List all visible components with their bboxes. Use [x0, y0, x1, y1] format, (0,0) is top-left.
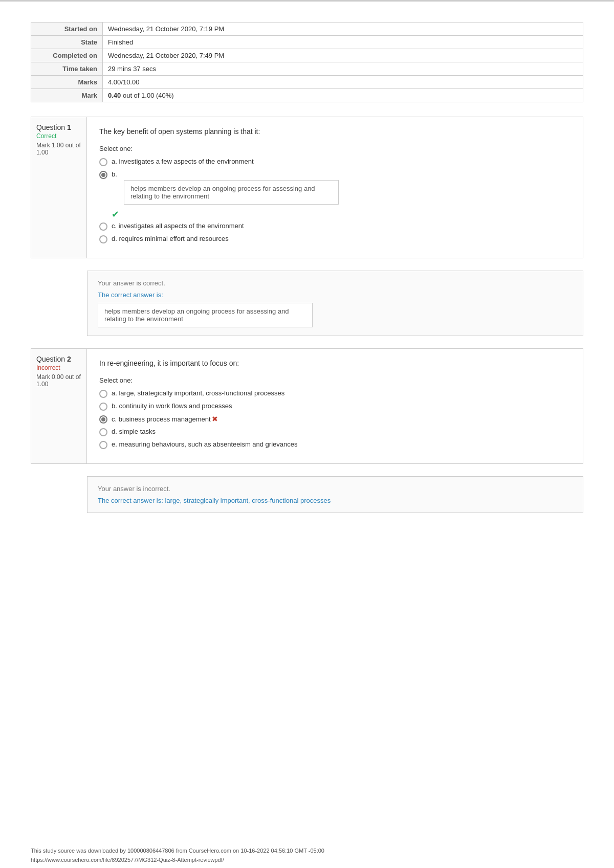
option-text: c. business process management✖	[112, 415, 218, 423]
feedback-correct-label: The correct answer is:	[98, 291, 573, 299]
option-label-wrap: a. large, strategically important, cross…	[112, 389, 284, 397]
option-row: b. continuity in work flows and processe…	[99, 402, 571, 411]
option-label-wrap: c. business process management✖	[112, 415, 218, 423]
checkmark-icon: ✔	[112, 209, 571, 220]
radio-button[interactable]	[99, 403, 107, 411]
info-label: Started on	[31, 23, 103, 36]
info-value: Finished	[103, 36, 583, 49]
footer-url: https://www.coursehero.com/file/89202577…	[31, 857, 583, 863]
info-label: Mark	[31, 89, 103, 102]
option-box: helps members develop an ongoing process…	[124, 180, 339, 205]
question-block: Question 2IncorrectMark 0.00 out of 1.00…	[31, 348, 583, 464]
feedback-block: Your answer is incorrect.The correct ans…	[87, 476, 583, 513]
radio-button[interactable]	[99, 235, 107, 243]
info-label: Completed on	[31, 49, 103, 62]
option-row: d. simple tasks	[99, 428, 571, 436]
info-value: 0.40 out of 1.00 (40%)	[103, 89, 583, 102]
option-label-wrap: b. continuity in work flows and processe…	[112, 402, 232, 410]
option-row: c. business process management✖	[99, 415, 571, 424]
footer-study-source: This study source was downloaded by 1000…	[31, 848, 583, 854]
select-one-label: Select one:	[99, 376, 571, 384]
option-label-wrap: d. simple tasks	[112, 428, 156, 435]
feedback-answer-text: Your answer is incorrect.	[98, 485, 573, 493]
question-main: In re-engineering, it is important to fo…	[87, 348, 583, 464]
option-text: a. large, strategically important, cross…	[112, 389, 284, 397]
option-label-wrap: d. requires minimal effort and resources	[112, 235, 229, 242]
option-text: b.	[112, 170, 339, 178]
cross-icon: ✖	[212, 415, 218, 423]
question-mark: Mark 1.00 out of 1.00	[36, 142, 81, 156]
feedback-block: Your answer is correct.The correct answe…	[87, 271, 583, 336]
option-text: b. continuity in work flows and processe…	[112, 402, 232, 410]
option-row: a. investigates a few aspects of the env…	[99, 158, 571, 166]
question-main: The key benefit of open systems planning…	[87, 117, 583, 258]
feedback-correct-inline: The correct answer is: large, strategica…	[98, 497, 573, 504]
option-row: c. investigates all aspects of the envir…	[99, 222, 571, 231]
feedback-answer-box: helps members develop an ongoing process…	[98, 303, 313, 327]
option-text: d. simple tasks	[112, 428, 156, 435]
option-row: d. requires minimal effort and resources	[99, 235, 571, 243]
info-value: Wednesday, 21 October 2020, 7:19 PM	[103, 23, 583, 36]
radio-button[interactable]	[99, 415, 107, 424]
info-table: Started onWednesday, 21 October 2020, 7:…	[31, 22, 583, 102]
question-sidebar: Question 2IncorrectMark 0.00 out of 1.00	[31, 348, 87, 464]
info-label: State	[31, 36, 103, 49]
option-row: e. measuring behaviours, such as absente…	[99, 440, 571, 449]
questions-container: Question 1CorrectMark 1.00 out of 1.00Th…	[31, 117, 583, 513]
question-number: Question 2	[36, 355, 81, 363]
info-label: Marks	[31, 76, 103, 89]
question-mark: Mark 0.00 out of 1.00	[36, 373, 81, 388]
info-value: 4.00/10.00	[103, 76, 583, 89]
info-label: Time taken	[31, 62, 103, 76]
radio-button[interactable]	[99, 428, 107, 436]
info-value: 29 mins 37 secs	[103, 62, 583, 76]
option-label-wrap: e. measuring behaviours, such as absente…	[112, 440, 298, 448]
radio-button[interactable]	[99, 158, 107, 166]
question-block: Question 1CorrectMark 1.00 out of 1.00Th…	[31, 117, 583, 258]
option-text: e. measuring behaviours, such as absente…	[112, 440, 298, 448]
question-text: The key benefit of open systems planning…	[99, 127, 571, 136]
radio-button[interactable]	[99, 390, 107, 398]
info-value: Wednesday, 21 October 2020, 7:49 PM	[103, 49, 583, 62]
question-status: Incorrect	[36, 364, 81, 371]
question-number: Question 1	[36, 123, 81, 131]
option-label-wrap: b.helps members develop an ongoing proce…	[112, 170, 339, 205]
question-text: In re-engineering, it is important to fo…	[99, 359, 571, 367]
radio-button[interactable]	[99, 441, 107, 449]
option-row: b.helps members develop an ongoing proce…	[99, 170, 571, 205]
option-label-wrap: c. investigates all aspects of the envir…	[112, 222, 244, 230]
select-one-label: Select one:	[99, 145, 571, 152]
option-text: c. investigates all aspects of the envir…	[112, 222, 244, 230]
question-status: Correct	[36, 132, 81, 140]
option-label-wrap: a. investigates a few aspects of the env…	[112, 158, 254, 165]
radio-button[interactable]	[99, 222, 107, 231]
radio-button[interactable]	[99, 171, 107, 179]
footer: This study source was downloaded by 1000…	[0, 842, 614, 868]
page-content: Started onWednesday, 21 October 2020, 7:…	[0, 2, 614, 556]
option-text: a. investigates a few aspects of the env…	[112, 158, 254, 165]
option-row: a. large, strategically important, cross…	[99, 389, 571, 398]
question-sidebar: Question 1CorrectMark 1.00 out of 1.00	[31, 117, 87, 258]
option-text: d. requires minimal effort and resources	[112, 235, 229, 242]
feedback-answer-text: Your answer is correct.	[98, 279, 573, 287]
